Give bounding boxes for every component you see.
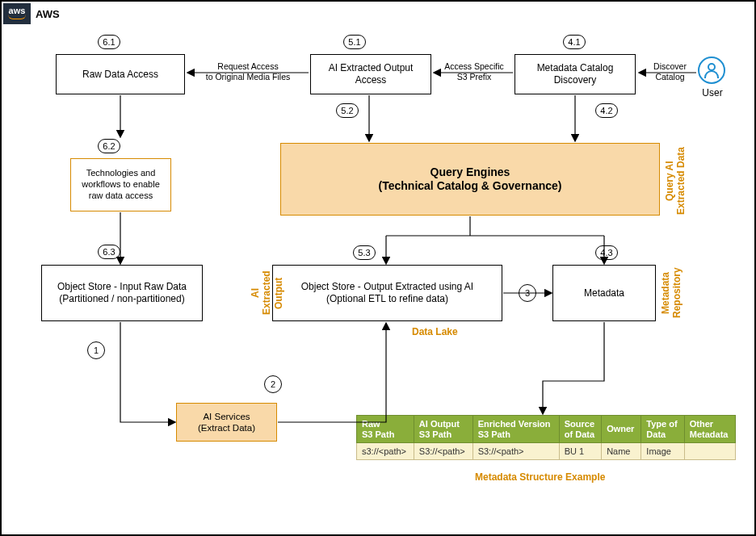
step-1: 1	[87, 341, 105, 359]
box-object-store-output: Object Store - Output Extracted using AI…	[272, 265, 502, 321]
label-metadata-catalog-discovery: Metadata Catalog Discovery	[537, 62, 614, 86]
aws-badge: aws AWS	[3, 3, 60, 24]
step-5-1: 5.1	[343, 35, 366, 49]
edge-discover-catalog: Discover Catalog	[648, 61, 692, 82]
table-cell: Name	[602, 443, 641, 460]
table-header: Raw S3 Path	[357, 416, 414, 443]
label-object-store-input: Object Store - Input Raw Data (Partition…	[57, 281, 187, 305]
diagram-canvas: aws AWS Raw Data Access 6.1 AI Extracted…	[0, 0, 756, 536]
table-cell: S3://<path>	[414, 443, 472, 460]
label-data-lake: Data Lake	[412, 326, 458, 337]
box-ai-extracted-output-access: AI Extracted Output Access	[310, 54, 431, 94]
label-metadata: Metadata	[584, 287, 624, 299]
edge-request-access: Request Access to Original Media Files	[204, 61, 292, 82]
step-4-1: 4.1	[563, 35, 586, 49]
box-object-store-input: Object Store - Input Raw Data (Partition…	[41, 265, 203, 321]
label-query-engines: Query Engines (Technical Catalog & Gover…	[379, 165, 562, 194]
side-label-ai-extracted-output: AI Extracted Output	[250, 265, 284, 321]
box-ai-services: AI Services (Extract Data)	[176, 403, 277, 442]
step-3: 3	[519, 284, 536, 302]
metadata-table: Raw S3 PathAI Output S3 PathEnriched Ver…	[356, 415, 736, 460]
label-ai-extracted-output-access: AI Extracted Output Access	[329, 62, 414, 86]
step-5-2: 5.2	[336, 103, 359, 118]
step-5-3: 5.3	[353, 245, 376, 260]
step-2: 2	[264, 375, 282, 393]
step-4-2: 4.2	[595, 103, 618, 118]
box-metadata: Metadata	[552, 265, 656, 321]
label-tech-workflows: Technologies and workflows to enable raw…	[82, 168, 160, 201]
box-query-engines: Query Engines (Technical Catalog & Gover…	[280, 143, 660, 216]
table-cell	[684, 443, 735, 460]
step-6-1: 6.1	[98, 35, 120, 49]
box-metadata-catalog-discovery: Metadata Catalog Discovery	[514, 54, 636, 94]
label-raw-data-access: Raw Data Access	[82, 69, 158, 81]
label-ai-services: AI Services (Extract Data)	[198, 411, 255, 434]
table-header: Source of Data	[559, 416, 601, 443]
edge-access-prefix: Access Specific S3 Prefix	[441, 61, 507, 82]
aws-logo-icon: aws	[3, 3, 31, 24]
side-label-metadata-repo: Metadata Repository	[660, 265, 683, 321]
box-raw-data-access: Raw Data Access	[56, 54, 185, 94]
table-cell: s3://<path>	[357, 443, 414, 460]
step-6-2: 6.2	[98, 139, 120, 153]
table-header: Other Metadata	[684, 416, 735, 443]
side-label-query-ai: Query AI Extracted Data	[664, 145, 687, 216]
user-icon	[698, 57, 725, 84]
table-cell: Image	[641, 443, 684, 460]
aws-label: AWS	[36, 8, 60, 20]
table-header: AI Output S3 Path	[414, 416, 472, 443]
table-header: Type of Data	[641, 416, 684, 443]
box-tech-workflows: Technologies and workflows to enable raw…	[70, 158, 171, 211]
table-cell: BU 1	[559, 443, 601, 460]
table-header: Owner	[602, 416, 641, 443]
user-label: User	[696, 87, 729, 98]
table-cell: S3://<path>	[472, 443, 559, 460]
table-header: Enriched Version S3 Path	[472, 416, 559, 443]
step-6-3: 6.3	[98, 245, 120, 259]
caption-metadata-example: Metadata Structure Example	[475, 471, 605, 483]
label-object-store-output: Object Store - Output Extracted using AI…	[301, 281, 473, 305]
table-row: s3://<path>S3://<path>S3://<path>BU 1Nam…	[357, 443, 736, 460]
step-4-3: 4.3	[595, 245, 618, 260]
